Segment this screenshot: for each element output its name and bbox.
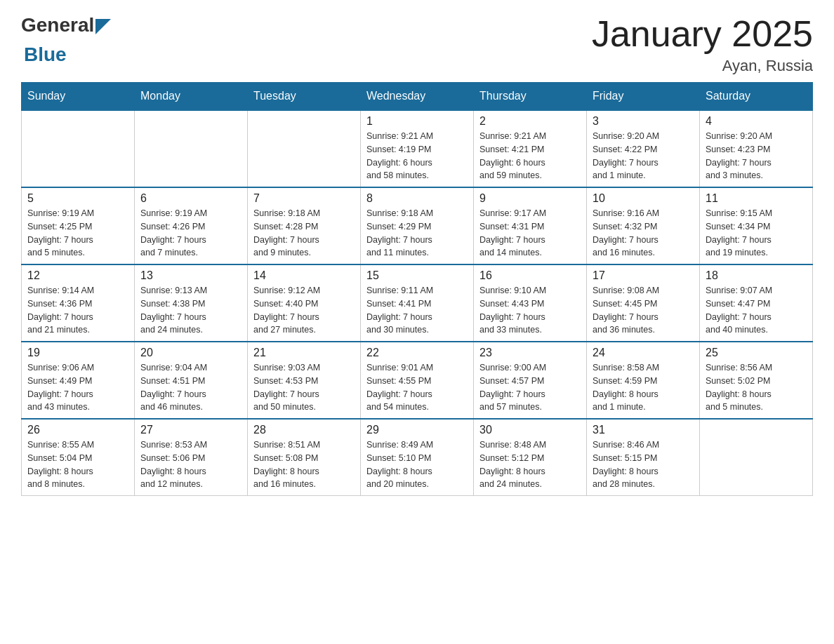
day-number: 6: [140, 192, 241, 205]
day-info-text: Sunrise: 9:14 AM Sunset: 4:36 PM Dayligh…: [27, 284, 128, 337]
calendar-day-26: 26Sunrise: 8:55 AM Sunset: 5:04 PM Dayli…: [22, 419, 135, 496]
day-info-text: Sunrise: 9:00 AM Sunset: 4:57 PM Dayligh…: [479, 361, 581, 414]
weekday-header-friday: Friday: [587, 83, 700, 111]
calendar-day-21: 21Sunrise: 9:03 AM Sunset: 4:53 PM Dayli…: [248, 342, 361, 419]
day-number: 18: [706, 269, 807, 282]
day-number: 31: [593, 424, 694, 436]
day-number: 21: [253, 347, 355, 359]
day-info-text: Sunrise: 9:12 AM Sunset: 4:40 PM Dayligh…: [253, 284, 355, 337]
day-info-text: Sunrise: 9:13 AM Sunset: 4:38 PM Dayligh…: [140, 284, 241, 337]
calendar-subtitle: Ayan, Russia: [592, 57, 813, 75]
day-info-text: Sunrise: 9:17 AM Sunset: 4:31 PM Dayligh…: [479, 207, 581, 260]
day-info-text: Sunrise: 9:18 AM Sunset: 4:29 PM Dayligh…: [366, 207, 468, 260]
day-info-text: Sunrise: 9:20 AM Sunset: 4:23 PM Dayligh…: [706, 130, 807, 182]
calendar-day-6: 6Sunrise: 9:19 AM Sunset: 4:26 PM Daylig…: [135, 187, 248, 264]
calendar-week-row: 1Sunrise: 9:21 AM Sunset: 4:19 PM Daylig…: [22, 110, 813, 187]
day-info-text: Sunrise: 9:06 AM Sunset: 4:49 PM Dayligh…: [27, 361, 128, 414]
logo-triangle-icon: [95, 19, 111, 34]
day-number: 24: [593, 347, 694, 359]
day-number: 15: [366, 269, 468, 282]
day-number: 3: [593, 115, 694, 128]
calendar-week-row: 12Sunrise: 9:14 AM Sunset: 4:36 PM Dayli…: [22, 264, 813, 342]
day-number: 27: [140, 424, 241, 436]
day-number: 7: [253, 192, 355, 205]
day-info-text: Sunrise: 8:51 AM Sunset: 5:08 PM Dayligh…: [253, 438, 355, 491]
day-number: 9: [479, 192, 581, 205]
day-number: 12: [27, 269, 128, 282]
day-number: 10: [593, 192, 694, 205]
calendar-day-13: 13Sunrise: 9:13 AM Sunset: 4:38 PM Dayli…: [135, 264, 248, 342]
logo-blue-text: Blue: [24, 43, 67, 66]
day-info-text: Sunrise: 9:15 AM Sunset: 4:34 PM Dayligh…: [706, 207, 807, 260]
day-number: 20: [140, 347, 241, 359]
day-info-text: Sunrise: 9:10 AM Sunset: 4:43 PM Dayligh…: [479, 284, 581, 337]
calendar-table: SundayMondayTuesdayWednesdayThursdayFrid…: [21, 82, 813, 496]
calendar-day-5: 5Sunrise: 9:19 AM Sunset: 4:25 PM Daylig…: [22, 187, 135, 264]
weekday-header-wednesday: Wednesday: [361, 83, 474, 111]
day-info-text: Sunrise: 9:19 AM Sunset: 4:26 PM Dayligh…: [140, 207, 241, 260]
calendar-day-28: 28Sunrise: 8:51 AM Sunset: 5:08 PM Dayli…: [248, 419, 361, 496]
calendar-day-17: 17Sunrise: 9:08 AM Sunset: 4:45 PM Dayli…: [587, 264, 700, 342]
svg-marker-0: [95, 19, 111, 34]
day-number: 25: [706, 347, 807, 359]
calendar-week-row: 19Sunrise: 9:06 AM Sunset: 4:49 PM Dayli…: [22, 342, 813, 419]
calendar-day-9: 9Sunrise: 9:17 AM Sunset: 4:31 PM Daylig…: [474, 187, 587, 264]
calendar-day-20: 20Sunrise: 9:04 AM Sunset: 4:51 PM Dayli…: [135, 342, 248, 419]
calendar-day-19: 19Sunrise: 9:06 AM Sunset: 4:49 PM Dayli…: [22, 342, 135, 419]
calendar-week-row: 26Sunrise: 8:55 AM Sunset: 5:04 PM Dayli…: [22, 419, 813, 496]
calendar-title: January 2025: [592, 14, 813, 54]
weekday-header-thursday: Thursday: [474, 83, 587, 111]
day-number: 17: [593, 269, 694, 282]
day-info-text: Sunrise: 9:18 AM Sunset: 4:28 PM Dayligh…: [253, 207, 355, 260]
day-number: 22: [366, 347, 468, 359]
day-info-text: Sunrise: 9:08 AM Sunset: 4:45 PM Dayligh…: [593, 284, 694, 337]
day-number: 11: [706, 192, 807, 205]
day-info-text: Sunrise: 9:03 AM Sunset: 4:53 PM Dayligh…: [253, 361, 355, 414]
calendar-empty-cell: [700, 419, 813, 496]
weekday-header-monday: Monday: [135, 83, 248, 111]
calendar-header-row: SundayMondayTuesdayWednesdayThursdayFrid…: [22, 83, 813, 111]
day-number: 5: [27, 192, 128, 205]
day-number: 1: [366, 115, 468, 128]
day-number: 8: [366, 192, 468, 205]
day-number: 28: [253, 424, 355, 436]
calendar-day-22: 22Sunrise: 9:01 AM Sunset: 4:55 PM Dayli…: [361, 342, 474, 419]
calendar-day-18: 18Sunrise: 9:07 AM Sunset: 4:47 PM Dayli…: [700, 264, 813, 342]
day-info-text: Sunrise: 9:16 AM Sunset: 4:32 PM Dayligh…: [593, 207, 694, 260]
day-info-text: Sunrise: 8:56 AM Sunset: 5:02 PM Dayligh…: [706, 361, 807, 414]
calendar-empty-cell: [22, 110, 135, 187]
calendar-day-7: 7Sunrise: 9:18 AM Sunset: 4:28 PM Daylig…: [248, 187, 361, 264]
day-info-text: Sunrise: 8:55 AM Sunset: 5:04 PM Dayligh…: [27, 438, 128, 491]
calendar-day-25: 25Sunrise: 8:56 AM Sunset: 5:02 PM Dayli…: [700, 342, 813, 419]
calendar-day-11: 11Sunrise: 9:15 AM Sunset: 4:34 PM Dayli…: [700, 187, 813, 264]
day-number: 26: [27, 424, 128, 436]
calendar-day-1: 1Sunrise: 9:21 AM Sunset: 4:19 PM Daylig…: [361, 110, 474, 187]
day-info-text: Sunrise: 8:46 AM Sunset: 5:15 PM Dayligh…: [593, 438, 694, 491]
day-number: 30: [479, 424, 581, 436]
calendar-day-30: 30Sunrise: 8:48 AM Sunset: 5:12 PM Dayli…: [474, 419, 587, 496]
day-info-text: Sunrise: 9:11 AM Sunset: 4:41 PM Dayligh…: [366, 284, 468, 337]
day-info-text: Sunrise: 9:19 AM Sunset: 4:25 PM Dayligh…: [27, 207, 128, 260]
logo-general-text: General: [21, 14, 94, 36]
calendar-day-23: 23Sunrise: 9:00 AM Sunset: 4:57 PM Dayli…: [474, 342, 587, 419]
day-info-text: Sunrise: 9:04 AM Sunset: 4:51 PM Dayligh…: [140, 361, 241, 414]
day-number: 16: [479, 269, 581, 282]
calendar-day-4: 4Sunrise: 9:20 AM Sunset: 4:23 PM Daylig…: [700, 110, 813, 187]
day-info-text: Sunrise: 9:21 AM Sunset: 4:19 PM Dayligh…: [366, 130, 468, 182]
day-info-text: Sunrise: 9:01 AM Sunset: 4:55 PM Dayligh…: [366, 361, 468, 414]
calendar-day-24: 24Sunrise: 8:58 AM Sunset: 4:59 PM Dayli…: [587, 342, 700, 419]
calendar-empty-cell: [135, 110, 248, 187]
logo: General Blue: [21, 14, 111, 66]
day-number: 19: [27, 347, 128, 359]
day-info-text: Sunrise: 8:53 AM Sunset: 5:06 PM Dayligh…: [140, 438, 241, 491]
day-number: 23: [479, 347, 581, 359]
calendar-day-16: 16Sunrise: 9:10 AM Sunset: 4:43 PM Dayli…: [474, 264, 587, 342]
day-info-text: Sunrise: 9:21 AM Sunset: 4:21 PM Dayligh…: [479, 130, 581, 182]
calendar-day-29: 29Sunrise: 8:49 AM Sunset: 5:10 PM Dayli…: [361, 419, 474, 496]
calendar-day-10: 10Sunrise: 9:16 AM Sunset: 4:32 PM Dayli…: [587, 187, 700, 264]
calendar-day-12: 12Sunrise: 9:14 AM Sunset: 4:36 PM Dayli…: [22, 264, 135, 342]
calendar-day-2: 2Sunrise: 9:21 AM Sunset: 4:21 PM Daylig…: [474, 110, 587, 187]
calendar-day-8: 8Sunrise: 9:18 AM Sunset: 4:29 PM Daylig…: [361, 187, 474, 264]
day-info-text: Sunrise: 9:07 AM Sunset: 4:47 PM Dayligh…: [706, 284, 807, 337]
calendar-day-31: 31Sunrise: 8:46 AM Sunset: 5:15 PM Dayli…: [587, 419, 700, 496]
